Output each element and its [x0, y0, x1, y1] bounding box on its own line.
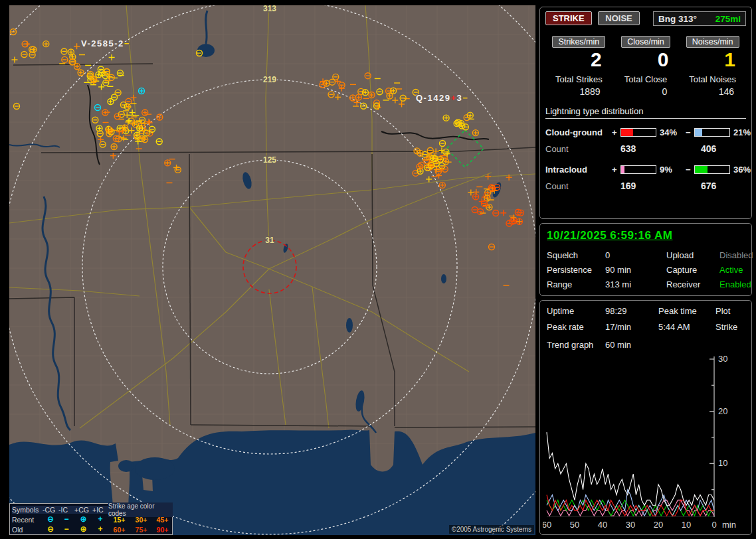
plus-sign: + [612, 165, 620, 175]
strikes-column: Strikes/min 2 Total Strikes 1889 [545, 37, 613, 97]
upload-label: Upload [666, 250, 719, 260]
strikes-per-min-button[interactable]: Strikes/min [552, 36, 605, 48]
distribution-title: Lightning type distribution [545, 106, 746, 119]
cloud-ground-label: Cloud-ground [545, 127, 612, 137]
stats-grid: Uptime 98:29 Peak time Plot Peak rate 17… [547, 306, 745, 332]
noise-mode-button[interactable]: NOISE [598, 11, 639, 25]
rate-counters: Strikes/min 2 Total Strikes 1889 Close/m… [545, 37, 746, 97]
legend-neg-ic-icon: − [58, 525, 74, 534]
ic-minus-count: 676 [692, 181, 746, 191]
nexstorm-window: 31125219313V-2585-2−Q-1429+3− Symbols-CG… [0, 0, 756, 539]
svg-text:Q-1429+3−: Q-1429+3− [416, 93, 468, 103]
strike-mode-button[interactable]: STRIKE [545, 11, 592, 25]
mode-row: STRIKE NOISE Bng 313° 275mi [545, 11, 746, 29]
legend-age-code: 15+ [108, 516, 130, 524]
legend-neg-cg-icon: ⊖ [43, 515, 58, 524]
uptime-label: Uptime [547, 306, 605, 316]
legend-header-ic: -IC [58, 506, 74, 514]
capture-value: Active [719, 265, 753, 275]
legend-row-label: Recent [12, 516, 43, 524]
copyright-text: ©2005 Astrogenic Systems [449, 525, 534, 534]
total-strikes-value: 1889 [545, 86, 613, 97]
svg-text:60: 60 [543, 520, 551, 530]
svg-text:30: 30 [718, 355, 727, 364]
intracloud-row: Intracloud + 9% − 36% [545, 161, 746, 177]
ic-minus-pct: 36% [730, 165, 756, 175]
svg-text:219: 219 [263, 75, 276, 84]
peak-rate-label: Peak rate [547, 322, 605, 332]
receiver-value: Enabled [719, 279, 753, 289]
intracloud-label: Intracloud [545, 165, 612, 175]
legend-neg-ic-icon: − [58, 515, 74, 524]
svg-text:50: 50 [570, 520, 579, 530]
svg-text:313: 313 [263, 5, 276, 13]
plot-label: Plot [715, 306, 745, 316]
legend-pos-ic-icon: + [92, 525, 108, 534]
svg-text:0: 0 [711, 520, 716, 530]
trend-graph-header: Trend graph 60 min [547, 340, 745, 350]
persistence-value: 90 min [605, 265, 666, 275]
ic-minus-bar [694, 165, 730, 174]
plot-mode-value: Strike [715, 322, 745, 332]
range-value: 313 mi [605, 279, 666, 289]
range-value: 275mi [715, 14, 741, 24]
stats-box: Uptime 98:29 Peak time Plot Peak rate 17… [539, 300, 752, 535]
lightning-map[interactable]: 31125219313V-2585-2−Q-1429+3− Symbols-CG… [9, 5, 535, 535]
svg-text:20: 20 [654, 520, 663, 530]
close-per-min-button[interactable]: Close/min [621, 36, 670, 48]
legend-age-code: 60+ [108, 526, 130, 534]
cg-plus-bar [620, 128, 656, 137]
legend-header-cg: -CG [43, 506, 58, 514]
total-strikes-label: Total Strikes [545, 74, 613, 84]
peak-time-value: 5:44 AM [658, 322, 715, 332]
legend-header-ic: +IC [92, 506, 108, 514]
cg-plus-pct: 34% [656, 127, 686, 137]
legend-row-label: Old [12, 526, 43, 534]
noises-per-min-button[interactable]: Noises/min [686, 36, 739, 48]
strikes-per-min-value: 2 [545, 48, 613, 72]
minus-sign: − [686, 127, 694, 137]
ic-plus-count: 169 [612, 181, 692, 191]
svg-text:125: 125 [263, 155, 276, 165]
peak-rate-value: 17/min [605, 322, 658, 332]
legend-neg-cg-icon: ⊖ [43, 525, 58, 534]
cg-plus-count: 638 [612, 143, 692, 154]
legend-pos-ic-icon: + [92, 515, 108, 524]
peak-time-label: Peak time [658, 306, 715, 316]
cg-count-row: Count 638 406 [545, 141, 746, 156]
legend-header-symbols: Symbols [12, 506, 43, 514]
bearing-range-readout: Bng 313° 275mi [653, 11, 746, 26]
trend-graph: 1020306050403020100min [543, 355, 750, 532]
lake-pontchartrain [135, 457, 175, 480]
trend-window-value: 60 min [605, 340, 745, 350]
datetime-display: 10/21/2025 6:59:16 AM [547, 229, 745, 242]
cloud-ground-row: Cloud-ground + 34% − 21% [545, 124, 746, 140]
ic-count-row: Count 169 676 [545, 179, 746, 193]
minus-sign: − [686, 165, 694, 175]
count-label: Count [545, 144, 612, 154]
upload-value: Disabled [719, 250, 753, 260]
bearing-value: Bng 313° [658, 14, 697, 24]
squelch-label: Squelch [547, 250, 605, 260]
svg-text:30: 30 [626, 520, 635, 530]
noises-column: Noises/min 1 Total Noises 146 [679, 37, 746, 97]
legend-header-cg: +CG [74, 506, 92, 514]
ic-plus-pct: 9% [656, 165, 686, 175]
capture-label: Capture [666, 265, 719, 275]
cg-minus-count: 406 [692, 143, 746, 154]
legend-pos-cg-icon: ⊕ [74, 525, 92, 534]
total-close-label: Total Close [613, 74, 680, 84]
receiver-label: Receiver [666, 279, 719, 289]
svg-text:40: 40 [598, 520, 607, 530]
ic-plus-bar [620, 165, 656, 174]
total-close-value: 0 [613, 86, 680, 97]
legend-age-code: 90+ [152, 526, 173, 534]
status-box: 10/21/2025 6:59:16 AM Squelch 0 Upload D… [539, 223, 752, 296]
total-noises-value: 146 [679, 86, 746, 97]
svg-text:20: 20 [718, 406, 727, 416]
svg-text:31: 31 [265, 236, 274, 245]
range-label: Range [547, 279, 605, 289]
svg-text:10: 10 [718, 458, 727, 468]
side-panel: STRIKE NOISE Bng 313° 275mi Strikes/min … [539, 0, 752, 539]
noises-per-min-value: 1 [679, 48, 746, 72]
